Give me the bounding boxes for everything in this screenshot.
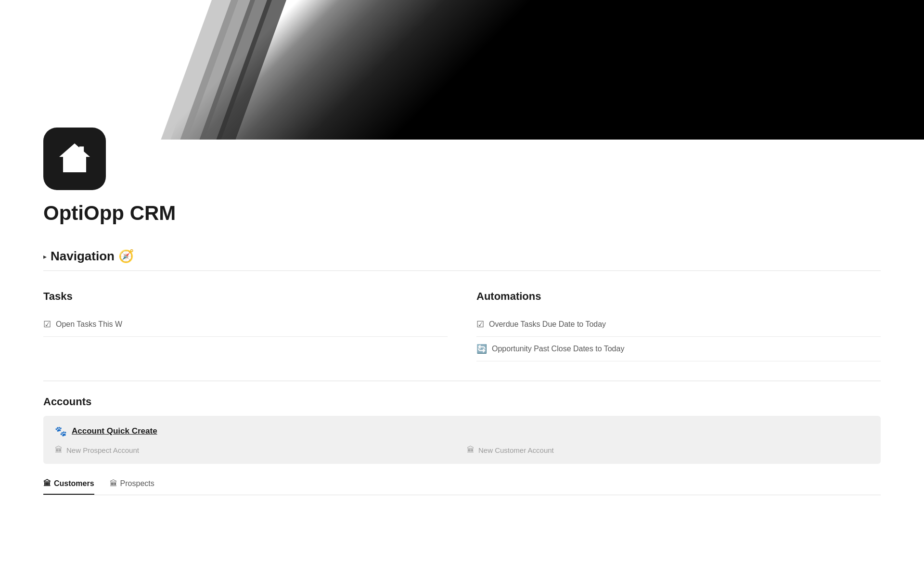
prospect-account-icon: 🏛 <box>55 446 63 454</box>
quick-create-icon: 🐾 <box>55 425 67 437</box>
customer-account-label: New Customer Account <box>478 446 554 454</box>
quick-create-title-row: 🐾 Account Quick Create <box>55 425 869 437</box>
automation-item-1[interactable]: 🔄 Opportunity Past Close Dates to Today <box>476 337 881 361</box>
home-icon <box>55 140 94 178</box>
automation-checkbox-icon-0: ☑ <box>476 319 484 330</box>
task-checkbox-icon-0: ☑ <box>43 319 51 330</box>
app-icon <box>43 128 106 190</box>
nav-toggle-arrow: ▸ <box>43 253 47 260</box>
svg-rect-1 <box>71 165 78 172</box>
quick-create-box: 🐾 Account Quick Create 🏛 New Prospect Ac… <box>43 416 881 464</box>
prospect-account-label: New Prospect Account <box>66 446 139 454</box>
quick-create-actions: 🏛 New Prospect Account 🏛 New Customer Ac… <box>55 446 869 454</box>
quick-create-label[interactable]: Account Quick Create <box>72 426 157 436</box>
header-banner <box>0 0 924 140</box>
navigation-label: Navigation <box>51 249 115 264</box>
automations-header: Automations <box>476 290 881 305</box>
automation-item-0[interactable]: ☑ Overdue Tasks Due Date to Today <box>476 312 881 337</box>
tab-customers[interactable]: 🏛 Customers <box>43 474 94 495</box>
accounts-section: Accounts 🐾 Account Quick Create 🏛 New Pr… <box>43 396 881 495</box>
svg-rect-2 <box>79 146 84 154</box>
tab-prospects[interactable]: 🏛 Prospects <box>110 474 154 495</box>
page-title: OptiOpp CRM <box>43 202 881 225</box>
navigation-toggle[interactable]: ▸ Navigation 🧭 <box>43 242 881 271</box>
task-label-0: Open Tasks This W <box>56 320 122 329</box>
tasks-automations-grid: Tasks ☑ Open Tasks This W Automations ☑ … <box>43 290 881 361</box>
prospects-tab-icon: 🏛 <box>110 479 117 488</box>
navigation-emoji: 🧭 <box>118 249 134 264</box>
automation-label-0: Overdue Tasks Due Date to Today <box>489 320 606 329</box>
section-divider <box>43 381 881 381</box>
customer-account-icon: 🏛 <box>467 446 475 454</box>
customers-tab-label: Customers <box>54 479 94 488</box>
main-content: OptiOpp CRM ▸ Navigation 🧭 Tasks ☑ Open … <box>0 140 924 524</box>
banner-decoration <box>0 0 924 140</box>
task-item-0[interactable]: ☑ Open Tasks This W <box>43 312 448 337</box>
tasks-header: Tasks <box>43 290 448 305</box>
accounts-header: Accounts <box>43 396 881 408</box>
customers-tab-icon: 🏛 <box>43 479 51 488</box>
automation-label-1: Opportunity Past Close Dates to Today <box>492 345 624 353</box>
new-prospect-account-action[interactable]: 🏛 New Prospect Account <box>55 446 457 454</box>
tasks-section: Tasks ☑ Open Tasks This W <box>43 290 448 361</box>
automations-section: Automations ☑ Overdue Tasks Due Date to … <box>476 290 881 361</box>
accounts-tabs-bar: 🏛 Customers 🏛 Prospects <box>43 474 881 495</box>
automation-sync-icon-1: 🔄 <box>476 344 487 354</box>
prospects-tab-label: Prospects <box>120 479 154 488</box>
new-customer-account-action[interactable]: 🏛 New Customer Account <box>467 446 869 454</box>
